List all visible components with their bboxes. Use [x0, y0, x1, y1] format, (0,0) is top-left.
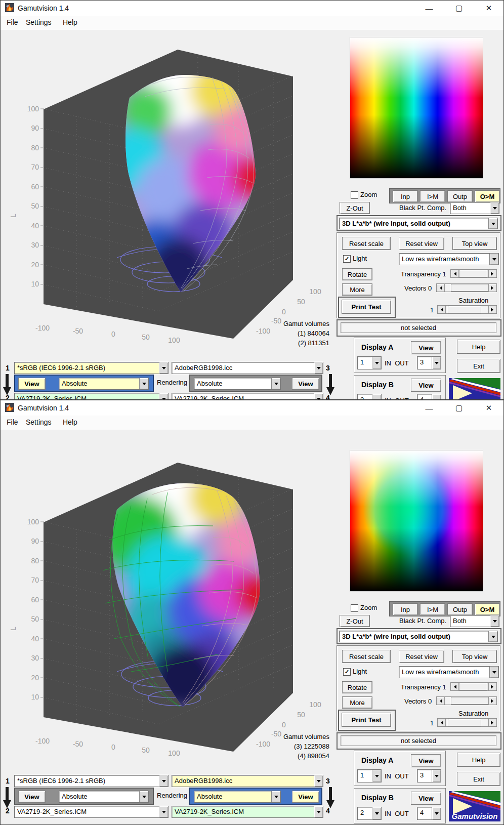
transparency-slider[interactable] — [450, 269, 497, 278]
profile-1-select[interactable]: *sRGB (IEC6 1996-2.1 sRGB) — [14, 362, 169, 374]
slider-thumb[interactable] — [459, 683, 487, 690]
color-map-image[interactable] — [350, 450, 483, 592]
chevron-down-icon[interactable] — [488, 631, 497, 642]
slider-right-arrow[interactable] — [488, 270, 496, 277]
profile-2-select[interactable]: VA2719-2K_Series.ICM — [14, 393, 169, 400]
chevron-down-icon[interactable] — [314, 393, 323, 400]
chevron-down-icon[interactable] — [271, 378, 280, 389]
display-b-view-button[interactable]: View — [411, 379, 441, 392]
help-button[interactable]: Help — [457, 753, 500, 767]
outp-button[interactable]: Outp — [447, 603, 473, 615]
chevron-down-icon[interactable] — [488, 218, 497, 229]
intent-right-select[interactable]: Absolute — [194, 378, 281, 390]
reset-view-button[interactable]: Reset view — [399, 650, 444, 663]
intent-left-select[interactable]: Absolute — [59, 791, 149, 803]
saturation-slider[interactable] — [437, 305, 497, 314]
slider-thumb[interactable] — [451, 697, 489, 705]
o-to-m-button[interactable]: O>M — [475, 190, 500, 202]
slider-right-arrow[interactable] — [488, 683, 496, 690]
display-a-view-button[interactable]: View — [411, 341, 441, 354]
profile-1-select[interactable]: *sRGB (IEC6 1996-2.1 sRGB) — [14, 775, 169, 787]
light-checkbox[interactable]: ✓ — [343, 668, 351, 676]
o-to-m-button[interactable]: O>M — [475, 603, 500, 615]
slider-left-arrow[interactable] — [451, 270, 459, 277]
i-to-m-button[interactable]: I>M — [420, 190, 445, 202]
reset-scale-button[interactable]: Reset scale — [342, 650, 391, 663]
view-left-button[interactable]: View — [18, 378, 46, 390]
slider-left-arrow[interactable] — [437, 284, 445, 292]
reset-scale-button[interactable]: Reset scale — [342, 237, 391, 250]
display-a-out-select[interactable]: 3 — [417, 356, 441, 369]
display-a-view-button[interactable]: View — [411, 754, 441, 767]
z-out-button[interactable]: Z-Out — [340, 615, 370, 627]
slider-left-arrow[interactable] — [438, 306, 446, 313]
view-right-button[interactable]: View — [292, 791, 319, 803]
view-mode-select[interactable]: 3D L*a*b* (wire input, solid output) — [339, 631, 498, 642]
z-out-button[interactable]: Z-Out — [340, 202, 370, 214]
saturation-slider[interactable] — [437, 718, 497, 727]
slider-thumb[interactable] — [448, 306, 481, 313]
zoom-checkbox[interactable] — [351, 191, 358, 199]
gamut-3d-plot[interactable]: 100 90 80 70 60 50 40 30 20 10 L -100 -5… — [1, 444, 334, 773]
chevron-down-icon[interactable] — [314, 775, 323, 787]
black-pt-comp-select[interactable]: Both — [450, 615, 499, 627]
slider-thumb[interactable] — [459, 270, 487, 277]
chevron-down-icon[interactable] — [372, 394, 381, 400]
view-left-button[interactable]: View — [18, 791, 46, 803]
display-b-view-button[interactable]: View — [411, 792, 441, 805]
rotate-button[interactable]: Rotate — [342, 268, 372, 280]
top-view-button[interactable]: Top view — [452, 237, 497, 250]
transparency-slider[interactable] — [450, 682, 497, 691]
vectors-slider[interactable] — [436, 696, 497, 705]
profile-3-select[interactable]: AdobeRGB1998.icc — [172, 362, 323, 374]
chevron-down-icon[interactable] — [314, 806, 323, 817]
chevron-down-icon[interactable] — [159, 806, 168, 817]
profile-2-select[interactable]: VA2719-2K_Series.ICM — [14, 806, 169, 818]
help-button[interactable]: Help — [457, 340, 500, 354]
wireframe-mode-select[interactable]: Low res wireframe/smooth — [399, 253, 499, 265]
display-b-out-select[interactable]: 4 — [417, 394, 441, 400]
light-checkbox[interactable]: ✓ — [343, 255, 351, 263]
chevron-down-icon[interactable] — [432, 770, 441, 782]
display-a-in-select[interactable]: 1 — [357, 769, 382, 782]
chevron-down-icon[interactable] — [139, 378, 148, 389]
chevron-down-icon[interactable] — [432, 357, 441, 369]
slider-thumb[interactable] — [451, 284, 489, 292]
print-test-button[interactable]: Print Test — [342, 300, 391, 314]
profile-4-select[interactable]: VA2719-2K_Series.ICM — [172, 806, 323, 818]
chevron-down-icon[interactable] — [271, 791, 280, 802]
more-button[interactable]: More — [342, 283, 372, 296]
view-right-button[interactable]: View — [292, 378, 319, 390]
chevron-down-icon[interactable] — [489, 667, 498, 678]
inp-button[interactable]: Inp — [393, 603, 418, 615]
i-to-m-button[interactable]: I>M — [420, 603, 445, 615]
print-test-button[interactable]: Print Test — [342, 713, 391, 727]
chevron-down-icon[interactable] — [159, 362, 168, 374]
display-b-out-select[interactable]: 4 — [417, 807, 441, 820]
chevron-down-icon[interactable] — [159, 775, 168, 787]
chevron-down-icon[interactable] — [372, 770, 381, 782]
chevron-down-icon[interactable] — [489, 254, 498, 265]
display-a-out-select[interactable]: 3 — [417, 769, 441, 782]
slider-thumb[interactable] — [448, 719, 481, 726]
rotate-button[interactable]: Rotate — [342, 681, 372, 693]
inp-button[interactable]: Inp — [393, 190, 418, 202]
outp-button[interactable]: Outp — [447, 190, 473, 202]
chevron-down-icon[interactable] — [490, 202, 499, 214]
chevron-down-icon[interactable] — [490, 615, 499, 627]
reset-view-button[interactable]: Reset view — [399, 237, 444, 250]
top-view-button[interactable]: Top view — [452, 650, 497, 663]
vectors-slider[interactable] — [436, 283, 497, 292]
display-a-in-select[interactable]: 1 — [357, 356, 382, 369]
slider-right-arrow[interactable] — [488, 719, 496, 726]
zoom-checkbox[interactable] — [351, 604, 358, 612]
black-pt-comp-select[interactable]: Both — [450, 202, 499, 214]
more-button[interactable]: More — [342, 696, 372, 709]
color-map-image[interactable] — [350, 37, 483, 179]
chevron-down-icon[interactable] — [159, 393, 168, 400]
chevron-down-icon[interactable] — [432, 807, 441, 819]
chevron-down-icon[interactable] — [372, 357, 381, 369]
chevron-down-icon[interactable] — [432, 394, 441, 400]
wireframe-mode-select[interactable]: Low res wireframe/smooth — [399, 666, 499, 678]
exit-button[interactable]: Exit — [457, 359, 500, 373]
